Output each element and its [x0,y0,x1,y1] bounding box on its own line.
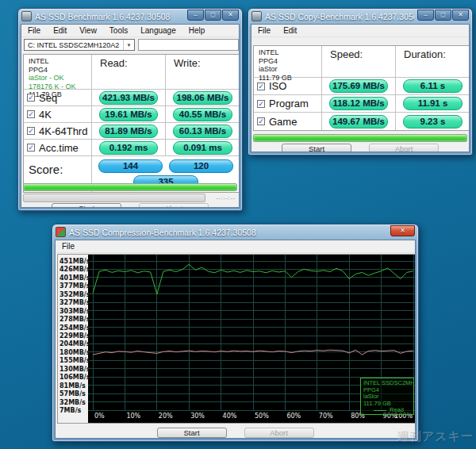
minimize-icon[interactable]: – [417,10,434,21]
maximize-icon[interactable]: ◻ [435,10,451,21]
svg-text:451MB/s: 451MB/s [60,258,90,265]
menu-edit[interactable]: Edit [277,25,303,36]
seq-read-value: 421.93 MB/s [99,91,158,105]
svg-text:130MB/s: 130MB/s [60,366,90,373]
minimize-icon[interactable]: – [187,10,204,21]
svg-text:155MB/s: 155MB/s [60,357,90,364]
compression-titlebar[interactable]: AS SSD Compression-Benchmark 1.6.4237.30… [55,224,416,240]
compression-chart: 0%10%20%30%40%50%60%70%80%90%100%451MB/s… [57,254,416,424]
start-button[interactable]: Start [282,144,351,152]
svg-text:106MB/s: 106MB/s [60,374,90,381]
menu-edit[interactable]: Edit [47,25,73,36]
window-title: AS SSD Copy-Benchmark 1.6.4237.30508 [265,12,414,21]
copy-benchmark-window: AS SSD Copy-Benchmark 1.6.4237.30508 – ◻… [248,8,473,155]
menu-file[interactable]: File [56,240,81,252]
compression-benchmark-window: AS SSD Compression-Benchmark 1.6.4237.30… [52,224,419,442]
svg-text:229MB/s: 229MB/s [60,332,90,340]
4k64-checkbox[interactable]: ✓ [27,127,35,135]
drive-info-line: iaStor - OK [29,74,91,83]
row-seq: ✓ Seq [24,90,92,106]
row-acctime: ✓ Acc.time [24,140,92,156]
close-icon[interactable]: ✕ [390,225,415,236]
menu-help[interactable]: Help [182,25,212,36]
score-write: 120 [169,159,233,173]
window-controls: ✕ [390,225,415,236]
legend-info-line: 111.79 GB [363,401,413,408]
benchmark-window: AS SSD Benchmark 1.6.4237.30508 – ◻ ✕ Fi… [17,8,243,211]
svg-text:57MB/s: 57MB/s [60,390,86,397]
copy-table: INTEL PPG4 iaStor 111.79 GB Speed: Durat… [253,45,470,131]
row-iso: ✓ ISO [254,78,322,95]
game-checkbox[interactable]: ✓ [257,117,265,125]
4k-checkbox[interactable]: ✓ [27,110,35,118]
game-speed-value: 149.67 MB/s [329,115,388,129]
publisher-watermark: 週刊アスキー [397,429,474,444]
menu-file[interactable]: File [21,25,47,36]
benchmark-progressbar [23,183,237,191]
benchmark-table: INTEL PPG4 iaStor - OK 178176 K - OK 111… [23,54,240,193]
svg-text:204MB/s: 204MB/s [60,340,90,347]
row-game: ✓ Game [254,113,322,130]
secondary-field[interactable] [138,39,239,51]
acctime-write-value: 0.091 ms [173,141,232,155]
menu-view[interactable]: View [73,25,103,36]
row-label-text: 4K [39,109,52,121]
menu-tools[interactable]: Tools [103,25,134,36]
4k-write-value: 40.55 MB/s [173,108,232,121]
4k64-write-value: 60.13 MB/s [173,125,232,138]
menu-language[interactable]: Language [134,25,182,36]
app-icon [251,11,262,21]
row-label-text: Game [269,116,297,128]
time-progressbar [23,194,205,202]
drive-info-line: iaStor [259,65,321,74]
row-4k64: ✓ 4K-64Thrd [24,123,92,140]
window-title: AS SSD Benchmark 1.6.4237.30508 [35,12,184,21]
close-icon[interactable]: ✕ [452,10,469,21]
chevron-down-icon: ▼ [123,40,134,50]
svg-text:60%: 60% [286,413,301,420]
compression-content: File 0%10%20%30%40%50%60%70%80%90%100%45… [55,240,416,439]
svg-text:0%: 0% [94,413,105,420]
window-title: AS SSD Compression-Benchmark 1.6.4237.30… [69,228,387,237]
maximize-icon[interactable]: ◻ [205,10,221,21]
app-icon [56,227,66,237]
chart-legend: INTEL SSDSC2MH1 PPG4 iaStor 111.79 GB Re… [360,378,414,415]
program-checkbox[interactable]: ✓ [257,100,265,108]
abort-button[interactable]: Abort [369,144,439,152]
abort-button[interactable]: Abort [139,203,209,208]
seq-checkbox[interactable]: ✓ [27,94,35,102]
svg-text:327MB/s: 327MB/s [60,299,90,306]
read-column-header: Read: [92,55,166,90]
desktop: AS SSD Benchmark 1.6.4237.30508 – ◻ ✕ Fi… [0,0,476,449]
start-button[interactable]: Start [52,203,121,208]
svg-text:278MB/s: 278MB/s [60,316,90,323]
row-program: ✓ Program [254,95,322,113]
copy-content: File Edit INTEL PPG4 iaStor 111.79 GB Sp… [251,24,470,152]
close-icon[interactable]: ✕ [222,10,239,21]
iso-checkbox[interactable]: ✓ [257,83,265,90]
abort-button[interactable]: Abort [244,428,314,438]
read-line-swatch [374,410,386,411]
row-4k: ✓ 4K [24,106,92,123]
speed-column-header: Speed: [322,46,396,78]
menu-file[interactable]: File [251,25,277,36]
write-column-header: Write: [166,55,240,90]
benchmark-menubar: File Edit View Tools Language Help [21,25,239,37]
svg-text:70%: 70% [319,413,333,420]
benchmark-titlebar[interactable]: AS SSD Benchmark 1.6.4237.30508 – ◻ ✕ [21,9,240,24]
acctime-checkbox[interactable]: ✓ [27,144,35,152]
seq-write-value: 198.06 MB/s [173,91,232,105]
drive-info-line: INTEL [29,57,91,66]
copy-titlebar[interactable]: AS SSD Copy-Benchmark 1.6.4237.30508 – ◻… [251,9,470,24]
4k64-read-value: 81.89 MB/s [99,125,158,138]
window-controls: – ◻ ✕ [417,10,469,21]
svg-text:7MB/s: 7MB/s [60,407,82,414]
row-label-text: Acc.time [39,142,79,154]
drive-info: INTEL PPG4 iaStor - OK 178176 K - OK 111… [24,55,92,90]
start-button[interactable]: Start [157,428,227,438]
svg-text:10%: 10% [126,413,140,420]
drive-select[interactable]: C: INTEL SSDSC2MH120A2 ▼ [24,39,135,51]
app-icon [21,11,32,21]
duration-column-header: Duration: [396,46,470,78]
row-label-text: Seq [39,92,57,104]
